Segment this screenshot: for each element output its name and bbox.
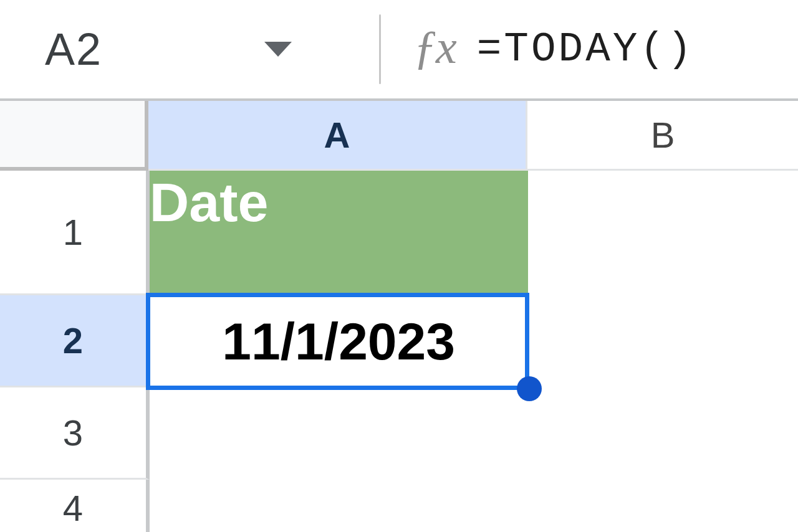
name-box[interactable]: A2 — [45, 24, 357, 75]
divider — [379, 14, 381, 84]
row-4: 4 — [0, 480, 798, 532]
formula-input[interactable]: =TODAY() — [477, 26, 695, 73]
cell-A1[interactable]: Date — [150, 171, 528, 295]
cell-A4[interactable] — [150, 480, 528, 532]
cell-A2[interactable]: 11/1/2023 — [150, 295, 528, 387]
formula-bar: A2 ƒx =TODAY() — [0, 0, 798, 98]
cell-B1[interactable] — [528, 171, 798, 295]
row-header-1[interactable]: 1 — [0, 171, 150, 295]
select-all-corner[interactable] — [0, 101, 148, 171]
row-header-3[interactable]: 3 — [0, 387, 150, 480]
cell-A3[interactable] — [150, 387, 528, 480]
fx-icon: ƒx — [413, 20, 456, 74]
column-header-A[interactable]: A — [148, 101, 527, 171]
column-header-row: A B — [0, 101, 798, 171]
row-3: 3 — [0, 387, 798, 480]
row-1: 1 Date — [0, 171, 798, 295]
column-header-B[interactable]: B — [527, 101, 798, 171]
spreadsheet-grid: A B 1 Date 2 11/1/2023 3 4 — [0, 98, 798, 532]
cell-B2[interactable] — [528, 295, 798, 387]
cell-B4[interactable] — [528, 480, 798, 532]
name-box-text: A2 — [45, 24, 102, 75]
row-header-4[interactable]: 4 — [0, 480, 150, 532]
cell-B3[interactable] — [528, 387, 798, 480]
row-2: 2 11/1/2023 — [0, 295, 798, 387]
fill-handle[interactable] — [517, 376, 542, 401]
row-header-2[interactable]: 2 — [0, 295, 150, 387]
selected-cell-wrapper: 11/1/2023 — [150, 295, 528, 387]
chevron-down-icon[interactable] — [264, 42, 292, 57]
